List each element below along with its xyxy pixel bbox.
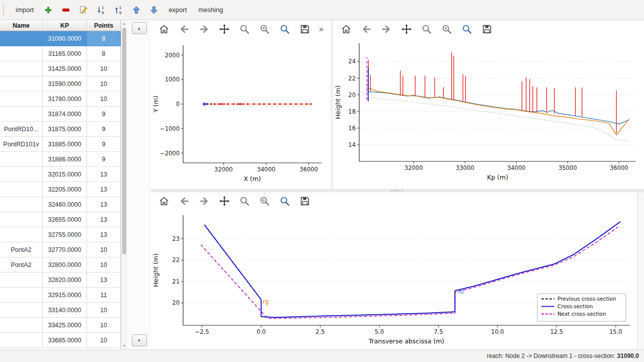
table-scrollbar[interactable]: ▲ ▼ <box>121 20 127 349</box>
cell-points[interactable]: 13 <box>87 273 121 288</box>
cell-name[interactable]: PontRD101v <box>0 137 43 152</box>
save-button[interactable] <box>299 23 311 35</box>
cell-name[interactable] <box>0 46 43 61</box>
cross-section-svg[interactable]: −2.50.02.55.07.510.012.515.020212223Tran… <box>151 210 637 349</box>
longitudinal-profile-svg[interactable]: 3200033000340003500036000141618202224Kp … <box>333 38 644 188</box>
cell-name[interactable] <box>0 197 43 212</box>
scrollbar-up-arrow[interactable]: ▲ <box>121 20 128 27</box>
cell-kp[interactable]: 31425.0000 <box>43 61 87 76</box>
cell-kp[interactable]: 32460.0000 <box>43 197 87 212</box>
scrollbar-track[interactable] <box>121 27 128 342</box>
subplots-button[interactable] <box>259 23 271 35</box>
zoom-button[interactable] <box>238 23 251 35</box>
cell-name[interactable] <box>0 61 43 76</box>
cell-points[interactable]: 9 <box>87 107 121 122</box>
table-row[interactable]: 32820.000013 <box>0 273 121 288</box>
cell-kp[interactable]: 33425.0000 <box>43 318 87 333</box>
cell-points[interactable]: 10 <box>87 61 121 76</box>
cell-name[interactable]: PontA2 <box>0 257 43 273</box>
cell-name[interactable] <box>0 76 43 92</box>
cell-name[interactable] <box>0 288 43 303</box>
cell-kp[interactable]: 31886.0000 <box>43 152 87 167</box>
plan-view-svg[interactable]: 320003400036000−2000−1000010002000X (m)Y… <box>151 38 331 186</box>
forward-button[interactable] <box>198 23 210 35</box>
cell-points[interactable]: 13 <box>87 197 121 212</box>
cell-points[interactable]: 13 <box>87 212 121 227</box>
forward-button[interactable] <box>198 195 210 207</box>
toolbar-grip[interactable] <box>3 5 6 16</box>
cell-kp[interactable]: 31885.0000 <box>43 137 87 152</box>
home-button[interactable] <box>340 23 352 35</box>
cell-points[interactable]: 10 <box>87 318 121 333</box>
cell-name[interactable] <box>0 92 43 107</box>
table-row[interactable]: 32015.000013 <box>0 167 121 182</box>
cross-section-chart[interactable]: −2.50.02.55.07.510.012.515.020212223Tran… <box>151 210 637 349</box>
cell-points[interactable]: 9 <box>87 152 121 167</box>
cell-name[interactable] <box>0 107 43 122</box>
cell-points[interactable]: 13 <box>87 227 121 242</box>
table-row[interactable]: PontA232770.000010 <box>0 242 121 257</box>
edit-button[interactable] <box>76 3 91 18</box>
cell-name[interactable] <box>0 31 43 46</box>
table-row[interactable]: 31886.00009 <box>0 152 121 167</box>
cell-name[interactable] <box>0 212 43 227</box>
table-row[interactable]: PontA232800.000010 <box>0 257 121 273</box>
previous-section-button[interactable]: ▲ <box>132 22 147 34</box>
zoom-button[interactable] <box>421 23 433 35</box>
cell-kp[interactable]: 32755.0000 <box>43 227 87 242</box>
cell-name[interactable] <box>0 227 43 242</box>
pan-button[interactable] <box>400 23 413 35</box>
sort-ascending-button[interactable]: 19 <box>94 3 109 18</box>
save-button[interactable] <box>481 23 493 35</box>
cell-kp[interactable]: 32820.0000 <box>43 273 87 288</box>
cell-name[interactable] <box>0 303 43 318</box>
move-down-button[interactable] <box>146 3 162 18</box>
cell-name[interactable] <box>0 182 43 197</box>
export-button[interactable]: export <box>164 4 191 16</box>
back-button[interactable] <box>178 23 190 35</box>
subplots-button[interactable] <box>259 195 271 207</box>
table-row[interactable]: 33425.000010 <box>0 318 121 333</box>
cell-kp[interactable]: 32770.0000 <box>43 242 87 257</box>
cell-points[interactable]: 9 <box>87 137 121 152</box>
column-header-points[interactable]: Points <box>87 20 121 31</box>
table-row[interactable]: 31590.000010 <box>0 76 121 92</box>
cell-points[interactable]: 10 <box>87 257 121 273</box>
back-button[interactable] <box>178 195 190 207</box>
cell-name[interactable] <box>0 167 43 182</box>
cell-kp[interactable]: 32800.0000 <box>43 257 87 273</box>
cell-kp[interactable]: 31090.0000 <box>43 31 87 46</box>
table-row[interactable]: PontRD101v31885.00009 <box>0 137 121 152</box>
table-row[interactable]: 32915.000011 <box>0 288 121 303</box>
scrollbar-down-arrow[interactable]: ▼ <box>121 342 128 349</box>
column-header-kp[interactable]: KP <box>43 20 87 31</box>
import-button[interactable]: import <box>11 4 38 16</box>
zoom-button[interactable] <box>238 195 251 207</box>
table-row[interactable]: PontRD10...31875.00009 <box>0 122 121 137</box>
save-button[interactable] <box>299 195 311 207</box>
cell-points[interactable]: 11 <box>87 288 121 303</box>
column-header-name[interactable]: Name <box>0 20 43 31</box>
cell-kp[interactable]: 32915.0000 <box>43 288 87 303</box>
cell-points[interactable]: 10 <box>87 92 121 107</box>
cell-kp[interactable]: 33685.0000 <box>43 333 87 348</box>
table-row[interactable]: 31090.00008 <box>0 31 121 46</box>
table-row[interactable]: 32755.000013 <box>0 227 121 242</box>
cell-kp[interactable]: 31875.0000 <box>43 122 87 137</box>
subplots-button[interactable] <box>441 23 453 35</box>
cell-name[interactable]: PontRD10... <box>0 122 43 137</box>
add-cross-section-button[interactable] <box>41 3 56 18</box>
cell-kp[interactable]: 32015.0000 <box>43 167 87 182</box>
customize-button[interactable] <box>279 23 291 35</box>
table-row[interactable]: 32460.000013 <box>0 197 121 212</box>
table-row[interactable]: 31874.00009 <box>0 107 121 122</box>
cell-kp[interactable]: 31874.0000 <box>43 107 87 122</box>
cell-kp[interactable]: 33140.0000 <box>43 303 87 318</box>
cell-kp[interactable]: 31780.0000 <box>43 92 87 107</box>
cell-name[interactable] <box>0 152 43 167</box>
cell-points[interactable]: 10 <box>87 303 121 318</box>
table-row[interactable]: 31780.000010 <box>0 92 121 107</box>
pan-button[interactable] <box>218 195 230 207</box>
cell-kp[interactable]: 32655.0000 <box>43 212 87 227</box>
cell-points[interactable]: 10 <box>87 76 121 92</box>
